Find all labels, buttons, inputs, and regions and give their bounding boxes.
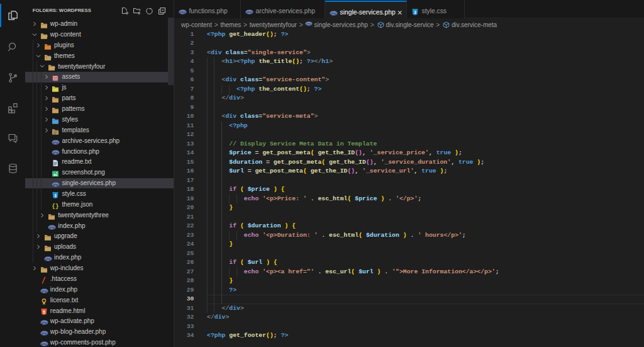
svg-text:php: php (42, 321, 47, 324)
svg-text:php: php (53, 151, 58, 154)
svg-text:php: php (180, 10, 186, 13)
svg-text:php: php (306, 22, 311, 25)
svg-text:php: php (42, 343, 47, 346)
svg-text:php: php (53, 183, 58, 186)
svg-text:php: php (49, 225, 55, 229)
svg-text:5: 5 (43, 310, 45, 314)
svg-text:3: 3 (54, 193, 57, 198)
svg-text:{}: {} (52, 203, 59, 210)
svg-text:php: php (331, 11, 336, 14)
svg-text:php: php (53, 140, 58, 144)
svg-text:php: php (45, 258, 51, 261)
svg-text:php: php (247, 10, 252, 13)
svg-text:3: 3 (414, 9, 416, 14)
svg-text:php: php (42, 332, 47, 335)
svg-text:php: php (42, 290, 47, 293)
